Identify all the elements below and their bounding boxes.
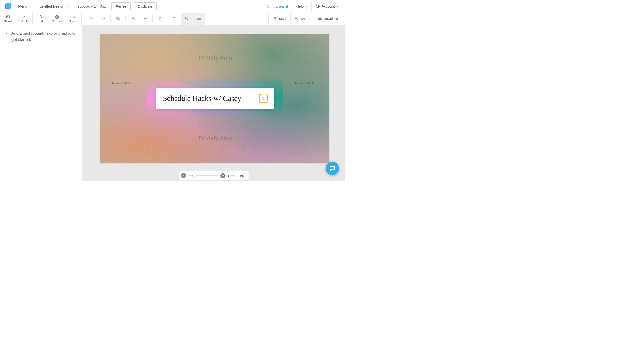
zoom-value: 37%: [228, 174, 236, 177]
svg-point-3: [56, 16, 56, 17]
svg-rect-5: [117, 18, 120, 20]
svg-point-4: [58, 16, 58, 17]
layers-up-icon: [143, 16, 147, 21]
divider: [132, 2, 132, 10]
top-header: Menu ▼ Untitled Design ✎ 2560px × 1440px…: [0, 0, 345, 13]
arrow-up-icon: ↑: [4, 30, 8, 38]
menu-dropdown[interactable]: Menu ▼: [14, 0, 35, 13]
help-label: Help: [296, 4, 304, 8]
youtube-safe-button[interactable]: [193, 13, 205, 25]
magnet-icon: [184, 16, 189, 21]
caret-down-icon: ▼: [29, 5, 31, 7]
account-dropdown[interactable]: My Account ▼: [312, 0, 343, 13]
copy-button[interactable]: [112, 13, 124, 25]
desktop-safe-right: Desktop Safe Area: [283, 79, 329, 118]
zoom-out-button[interactable]: −: [181, 173, 186, 178]
wand-icon: [22, 15, 26, 19]
tab-label: Effects: [20, 20, 28, 22]
tab-effects[interactable]: Effects: [16, 13, 32, 25]
svg-rect-6: [117, 17, 119, 19]
edit-tools: [82, 13, 205, 25]
grid-button[interactable]: [169, 13, 181, 25]
tab-label: Text: [38, 20, 43, 22]
duplicate-button[interactable]: Duplicate: [134, 2, 157, 10]
smiley-badge-icon: [259, 94, 268, 103]
youtube-icon: [196, 16, 201, 21]
tv-area-label-bottom: TV Only Area: [100, 135, 329, 142]
snap-button[interactable]: [181, 13, 193, 25]
save-button[interactable]: Save: [268, 13, 290, 25]
image-icon: [6, 15, 10, 19]
zoom-fit-button[interactable]: Fit: [238, 173, 246, 178]
left-sidebar: ↑ Add a background, text, or graphic to …: [0, 25, 82, 181]
channel-title-text: Schedule Hacks w/ Casey: [163, 94, 242, 103]
svg-rect-12: [176, 19, 176, 19]
caret-down-icon: ▼: [305, 5, 307, 7]
main-area: ↑ Add a background, text, or graphic to …: [0, 25, 345, 181]
text-icon: A: [38, 15, 43, 19]
tab-label: Bkgrnd: [4, 20, 12, 22]
caret-down-icon: ▼: [336, 5, 338, 7]
save-icon: [273, 17, 277, 21]
empty-hint: ↑ Add a background, text, or graphic to …: [4, 30, 77, 43]
layer-down-button[interactable]: [127, 13, 139, 25]
app-logo[interactable]: [4, 3, 11, 10]
svg-rect-7: [173, 17, 174, 18]
undo-button[interactable]: [85, 13, 97, 25]
download-button[interactable]: Download: [314, 13, 342, 25]
divider: [152, 15, 152, 22]
canvas-area[interactable]: TV Only Area TV Only Area Desktop Safe A…: [82, 25, 345, 181]
menu-label: Menu: [18, 4, 27, 8]
zoom-slider-knob[interactable]: [192, 174, 196, 177]
desktop-safe-left: Desktop Safe Area: [100, 79, 146, 118]
copy-icon: [116, 17, 120, 21]
design-title-button[interactable]: Untitled Design ✎: [35, 0, 73, 13]
svg-point-20: [264, 98, 264, 98]
tab-shapes[interactable]: Shapes: [65, 13, 82, 25]
svg-point-19: [262, 98, 263, 98]
chat-icon: [329, 165, 336, 171]
hint-text: Add a background, text, or graphic to ge…: [12, 30, 77, 43]
grid-icon: [173, 17, 177, 21]
pencil-icon: ✎: [66, 4, 69, 8]
svg-rect-11: [174, 19, 175, 19]
zoom-slider[interactable]: [188, 175, 218, 176]
zoom-in-button[interactable]: +: [220, 173, 225, 178]
trash-icon: [158, 17, 162, 21]
zoom-controls: − + 37% Fit: [178, 171, 248, 180]
design-title: Untitled Design: [40, 4, 64, 8]
svg-rect-9: [176, 17, 176, 18]
tab-graphics[interactable]: Graphics: [49, 13, 65, 25]
toolbar: Bkgrnd Effects A Text Graphics Shapes: [0, 13, 345, 25]
share-icon: [295, 17, 299, 21]
svg-rect-15: [274, 19, 276, 20]
tab-background[interactable]: Bkgrnd: [0, 13, 16, 25]
download-icon: [318, 17, 322, 21]
divider: [126, 15, 126, 22]
resize-button[interactable]: Resize: [112, 2, 131, 10]
save-label: Save: [279, 17, 286, 21]
start-team-link[interactable]: Start a team!: [263, 0, 292, 13]
help-dropdown[interactable]: Help ▼: [292, 0, 312, 13]
delete-button[interactable]: [154, 13, 166, 25]
artboard[interactable]: TV Only Area TV Only Area Desktop Safe A…: [100, 34, 329, 163]
help-chat-button[interactable]: [326, 162, 339, 175]
undo-icon: [89, 16, 94, 21]
divider: [110, 15, 111, 22]
layer-up-button[interactable]: [139, 13, 151, 25]
account-label: My Account: [316, 4, 335, 8]
download-label: Download: [324, 17, 338, 21]
svg-rect-14: [274, 17, 276, 18]
svg-rect-8: [174, 17, 175, 18]
tab-text[interactable]: A Text: [32, 13, 49, 25]
svg-rect-10: [173, 19, 174, 19]
redo-button[interactable]: [97, 13, 109, 25]
share-button[interactable]: Share: [290, 13, 313, 25]
title-card[interactable]: Schedule Hacks w/ Casey: [156, 88, 274, 109]
layers-down-icon: [131, 16, 135, 21]
share-label: Share: [301, 17, 309, 21]
smiley-icon: [55, 15, 59, 19]
triangle-icon: [71, 15, 75, 19]
tab-label: Shapes: [69, 20, 78, 22]
canvas-dimensions: 2560px × 1440px: [73, 0, 110, 13]
